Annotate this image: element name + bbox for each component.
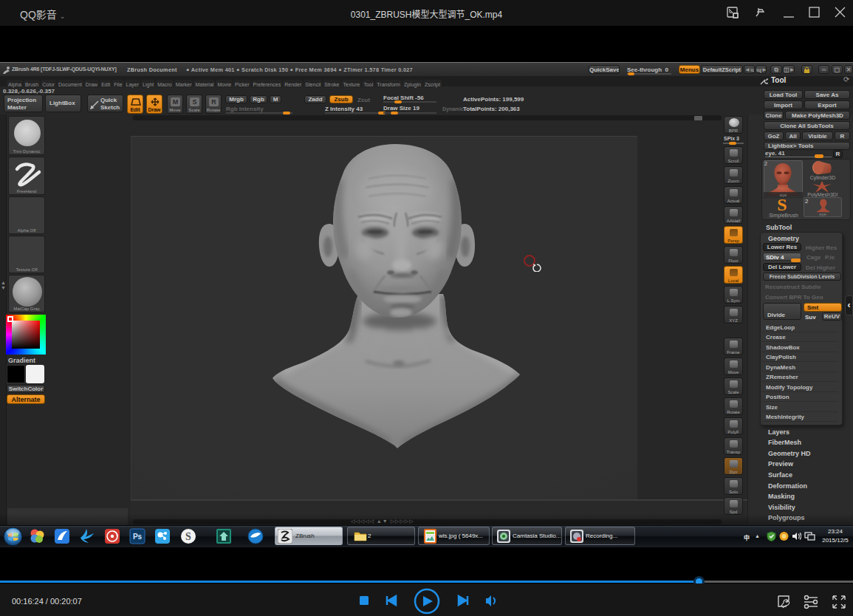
svg-text:S: S: [777, 196, 787, 214]
svg-text:S: S: [185, 531, 191, 542]
svg-text:Ps: Ps: [133, 533, 143, 541]
